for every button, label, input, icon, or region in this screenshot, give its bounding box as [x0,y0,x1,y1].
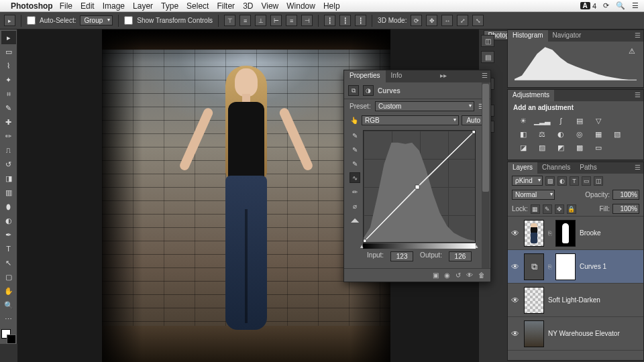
adj-levels-icon[interactable]: ▁▂▃ [536,115,548,126]
mask-icon[interactable]: ◑ [363,85,374,96]
tool-zoom[interactable]: 🔍 [1,298,16,312]
input-value[interactable] [390,251,413,261]
align-icon-1[interactable]: ⊤ [224,15,235,26]
menu-help[interactable]: Help [323,1,340,11]
lock-all-icon[interactable]: 🔒 [567,204,576,214]
tool-crop[interactable]: ⌗ [1,87,16,101]
3d-icon-2[interactable]: ✥ [426,15,437,26]
adj-brightness-icon[interactable]: ☀ [517,115,529,126]
eyedrop-black-icon[interactable]: ✎ [350,130,360,141]
tab-layers[interactable]: Layers [508,162,537,174]
3d-icon-1[interactable]: ⟳ [411,15,422,26]
adj-hue-icon[interactable]: ◧ [517,129,529,139]
layer-name[interactable]: Curves 1 [580,263,641,270]
filter-smart-icon[interactable]: ◫ [594,176,603,186]
align-icon-4[interactable]: ⊢ [270,15,282,26]
layer-row[interactable]: 👁 ⎘ Brooke [508,217,643,250]
distribute-icon-1[interactable]: ┇ [324,15,335,26]
filter-type-icon[interactable]: T [570,176,579,186]
3d-icon-5[interactable]: ⤡ [472,15,484,26]
layer-adj-thumb[interactable]: ⧉ [524,253,544,280]
tool-heal[interactable]: ✚ [1,115,16,129]
align-icon-6[interactable]: ⊣ [301,15,313,26]
3d-icon-4[interactable]: ⤢ [457,15,468,26]
tab-channels[interactable]: Channels [537,162,575,174]
tool-stamp[interactable]: ⎍ [1,143,16,157]
tab-properties[interactable]: Properties [344,70,386,82]
layer-name[interactable]: NY Warehouse Elevator [548,330,641,337]
adjustments-menu-icon[interactable]: ☰ [632,90,643,101]
properties-scrollbar[interactable] [482,82,490,268]
output-value[interactable] [449,251,472,261]
eyedrop-gray-icon[interactable]: ✎ [350,144,360,155]
tool-shape[interactable]: ▢ [1,270,16,284]
adj-exposure-icon[interactable]: ▤ [574,115,586,126]
fill-value[interactable]: 100% [612,204,639,214]
sync-icon[interactable]: ⟳ [603,1,609,10]
eyedrop-white-icon[interactable]: ✎ [350,158,360,169]
dock-icon-2[interactable]: ▤ [481,51,494,63]
preset-dropdown[interactable]: Custom [375,101,474,111]
tool-blur[interactable]: ⬮ [1,200,16,213]
cc-badge[interactable]: A 4 [579,2,596,10]
auto-select-dropdown[interactable]: Group [80,15,113,25]
tool-path[interactable]: ↖ [1,256,16,269]
clip-icon[interactable]: ▣ [433,272,439,279]
tool-history[interactable]: ↺ [1,158,16,171]
curve-smooth-icon[interactable]: ⌀ [350,200,360,211]
lock-paint-icon[interactable]: ✎ [543,204,552,214]
visibility-toggle[interactable]: 👁 [511,329,520,339]
visibility-toggle[interactable]: 👁 [511,229,520,238]
properties-panel[interactable]: Properties Info ▸▸ ☰ ⧉ ◑ Curves Preset: … [343,70,491,282]
curve-clip-icon[interactable]: ◢◣ [350,215,360,225]
trash-icon[interactable]: 🗑 [478,272,485,279]
adj-posterize-icon[interactable]: ▨ [536,142,548,153]
visibility-toggle[interactable]: 👁 [511,296,520,305]
adj-curves-icon[interactable]: ∫ [555,115,567,126]
tool-marquee[interactable]: ▭ [1,45,16,58]
layers-menu-icon[interactable]: ☰ [632,162,643,174]
menu-type[interactable]: Type [161,1,178,11]
move-tool-icon[interactable]: ▸ [4,15,15,26]
adj-threshold-icon[interactable]: ◩ [555,142,567,153]
histogram-warning-icon[interactable]: ⚠ [629,47,635,56]
visibility-icon[interactable]: 👁 [466,272,473,279]
curve-draw-tool-icon[interactable]: ✏ [350,186,360,197]
opacity-value[interactable]: 100% [612,190,639,200]
filter-adj-icon[interactable]: ◐ [557,176,567,186]
menu-image[interactable]: Image [103,1,125,11]
panel-menu-icon[interactable]: ☰ [479,70,490,82]
layer-thumb[interactable] [524,287,544,314]
color-swatch[interactable] [1,329,16,344]
tab-paths[interactable]: Paths [575,162,602,174]
link-icon[interactable]: ⎘ [548,230,551,237]
tool-eraser[interactable]: ◨ [1,172,16,185]
curve-point-tool-icon[interactable]: ∿ [350,172,360,183]
tab-adjustments[interactable]: Adjustments [508,90,554,101]
histogram-menu-icon[interactable]: ☰ [632,30,643,42]
blend-mode-dropdown[interactable]: Normal [512,190,555,200]
search-icon[interactable]: 🔍 [616,1,625,10]
channel-dropdown[interactable]: RGB [362,115,459,125]
visibility-toggle[interactable]: 👁 [511,262,520,272]
layer-thumb[interactable] [524,320,544,347]
3d-icon-3[interactable]: ↔ [441,15,453,26]
menu-edit[interactable]: Edit [80,1,95,11]
align-icon-5[interactable]: ≡ [286,15,297,26]
tool-eyedrop[interactable]: ✎ [1,101,16,115]
filter-shape-icon[interactable]: ▭ [582,176,591,186]
layer-row[interactable]: 👁 ⧉ ⎘ Curves 1 [508,250,643,284]
curves-graph[interactable] [363,130,476,243]
tool-move[interactable]: ▸ [1,31,16,44]
tab-info[interactable]: Info [386,70,408,82]
layer-thumb[interactable] [524,220,544,247]
adj-selective-icon[interactable]: ▩ [574,142,586,153]
adj-balance-icon[interactable]: ⚖ [536,129,548,139]
distribute-icon-3[interactable]: ┇ [355,15,366,26]
menu-window[interactable]: Window [286,1,315,11]
adj-gradient-icon[interactable]: ▭ [592,142,604,153]
menu-view[interactable]: View [261,1,278,11]
align-icon-2[interactable]: ≡ [239,15,251,26]
distribute-icon-2[interactable]: ┇ [339,15,351,26]
layer-filter-dropdown[interactable]: ρKind [512,176,543,186]
